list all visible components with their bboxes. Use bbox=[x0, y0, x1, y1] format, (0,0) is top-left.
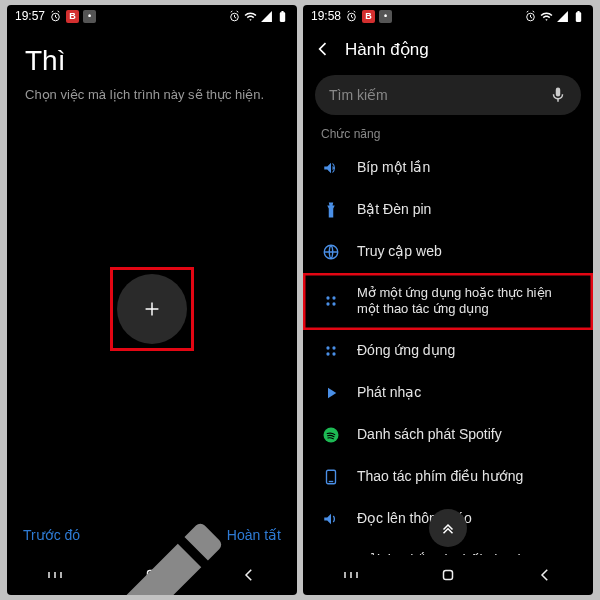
action-label: Bíp một lần bbox=[357, 159, 575, 177]
nav-home-button[interactable] bbox=[439, 566, 457, 584]
alarm-icon bbox=[524, 10, 537, 23]
action-label: Truy cập web bbox=[357, 243, 575, 261]
action-row[interactable]: Mở một ứng dụng hoặc thực hiện một thao … bbox=[303, 273, 593, 330]
speaker-icon bbox=[321, 159, 341, 177]
wifi-icon bbox=[540, 10, 553, 23]
plus-icon bbox=[141, 298, 163, 320]
nav-back-button[interactable] bbox=[536, 566, 554, 584]
screen-actions-list: 19:58 B • Hành động Tìm kiếm Chức năng B… bbox=[303, 5, 593, 595]
badge-gray-icon: • bbox=[379, 10, 392, 23]
action-label: Gửi tin nhắn từ chối nhanh bbox=[357, 552, 575, 555]
action-label: Mở một ứng dụng hoặc thực hiện một thao … bbox=[357, 285, 575, 318]
play-icon bbox=[321, 384, 341, 402]
battery-icon bbox=[276, 10, 289, 23]
badge-b-icon: B bbox=[66, 10, 79, 23]
screen-then: 19:57 B • Thì Chọn việc mà lịch trình nà… bbox=[7, 5, 297, 595]
action-row[interactable]: Danh sách phát Spotify bbox=[303, 414, 593, 456]
scroll-top-button[interactable] bbox=[429, 509, 467, 547]
nav-recent-button[interactable] bbox=[342, 566, 360, 584]
action-label: Danh sách phát Spotify bbox=[357, 426, 575, 444]
action-row[interactable]: Bíp một lần bbox=[303, 147, 593, 189]
search-input[interactable]: Tìm kiếm bbox=[315, 75, 581, 115]
action-row[interactable]: Truy cập web bbox=[303, 231, 593, 273]
signal-icon bbox=[260, 10, 273, 23]
wifi-icon bbox=[244, 10, 257, 23]
flashlight-icon bbox=[321, 201, 341, 219]
alarm-icon bbox=[345, 10, 358, 23]
page-title: Thì bbox=[25, 45, 279, 77]
badge-gray-icon: • bbox=[83, 10, 96, 23]
actions-list: Bíp một lầnBật Đèn pinTruy cập webMở một… bbox=[303, 147, 593, 555]
action-row[interactable]: Đóng ứng dụng bbox=[303, 330, 593, 372]
action-label: Phát nhạc bbox=[357, 384, 575, 402]
tts-icon bbox=[321, 510, 341, 528]
back-button[interactable] bbox=[313, 39, 333, 59]
spotify-icon bbox=[321, 426, 341, 444]
battery-icon bbox=[572, 10, 585, 23]
action-row[interactable]: Bật Đèn pin bbox=[303, 189, 593, 231]
action-label: Bật Đèn pin bbox=[357, 201, 575, 219]
action-label: Đóng ứng dụng bbox=[357, 342, 575, 360]
message-icon bbox=[321, 552, 341, 556]
status-time: 19:57 bbox=[15, 9, 45, 23]
apps-icon bbox=[321, 292, 341, 310]
action-row[interactable]: Thao tác phím điều hướng bbox=[303, 456, 593, 498]
page-title: Hành động bbox=[345, 39, 429, 60]
alarm-icon bbox=[228, 10, 241, 23]
status-bar: 19:57 B • bbox=[7, 5, 297, 27]
action-label: Thao tác phím điều hướng bbox=[357, 468, 575, 486]
section-label: Chức năng bbox=[303, 121, 593, 147]
globe-icon bbox=[321, 243, 341, 261]
badge-b-icon: B bbox=[362, 10, 375, 23]
status-time: 19:58 bbox=[311, 9, 341, 23]
alarm-icon bbox=[49, 10, 62, 23]
page-subtitle: Chọn việc mà lịch trình này sẽ thực hiện… bbox=[7, 81, 297, 102]
action-row[interactable]: Phát nhạc bbox=[303, 372, 593, 414]
phone-nav-icon bbox=[321, 468, 341, 486]
nav-bar bbox=[303, 555, 593, 595]
page-header: Thì bbox=[7, 27, 297, 81]
signal-icon bbox=[556, 10, 569, 23]
mic-icon[interactable] bbox=[549, 86, 567, 104]
status-bar: 19:58 B • bbox=[303, 5, 593, 27]
edit-button[interactable] bbox=[15, 505, 39, 529]
search-placeholder: Tìm kiếm bbox=[329, 87, 388, 103]
chevron-up-icon bbox=[439, 519, 457, 537]
add-action-button[interactable] bbox=[117, 274, 187, 344]
apps-icon bbox=[321, 342, 341, 360]
pencil-icon bbox=[15, 505, 297, 595]
